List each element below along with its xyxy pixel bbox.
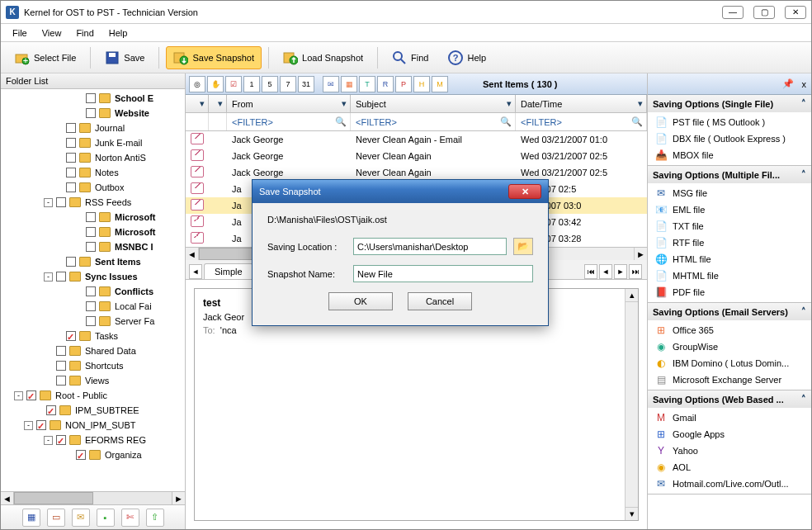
scroll-thumb[interactable] <box>14 492 93 504</box>
grid-tool-globe-icon[interactable]: ◎ <box>189 76 205 92</box>
tree-checkbox[interactable] <box>86 108 96 118</box>
preview-vscrollbar[interactable]: ▴ ▾ <box>625 289 638 520</box>
grid-tool-1-icon[interactable]: 1 <box>243 76 260 92</box>
saving-option-item[interactable]: ◉AOL <box>651 459 808 476</box>
close-panel-icon[interactable]: x <box>802 79 807 89</box>
filter-date[interactable]: <FILTER>🔍 <box>516 113 647 130</box>
view-up-icon[interactable]: ⇧ <box>146 509 164 527</box>
view-mail-icon[interactable]: ✉ <box>72 509 90 527</box>
filter-subject[interactable]: <FILTER>🔍 <box>351 113 516 130</box>
saving-location-input[interactable] <box>353 238 507 255</box>
tree-checkbox[interactable] <box>86 316 96 326</box>
view-cut-icon[interactable]: ✄ <box>121 509 139 527</box>
filter-from[interactable]: <FILTER>🔍 <box>227 113 351 130</box>
tree-hscrollbar[interactable]: ◄ ► <box>1 491 185 504</box>
tree-checkbox[interactable] <box>66 331 76 341</box>
saving-option-item[interactable]: ✉MSG file <box>651 185 808 201</box>
col-subject-header[interactable]: Subject▾ <box>351 95 516 112</box>
scroll-left-icon[interactable]: ◄ <box>1 492 14 504</box>
tree-item[interactable]: Conflicts <box>2 284 185 299</box>
dropdown-icon[interactable]: ▾ <box>218 98 223 109</box>
browse-button[interactable]: 📂 <box>513 238 533 255</box>
tree-item[interactable]: Shared Data <box>2 343 185 358</box>
tree-expander-icon[interactable]: - <box>44 198 53 207</box>
tab-nav-last-icon[interactable]: ⏭ <box>629 264 642 279</box>
saving-option-item[interactable]: ⊞Google Apps <box>651 426 808 442</box>
ok-button[interactable]: OK <box>328 292 393 310</box>
tree-item[interactable]: Local Fai <box>2 299 185 314</box>
tree-checkbox[interactable] <box>86 242 96 252</box>
grid-tool-html-icon[interactable]: H <box>413 76 430 92</box>
find-button[interactable]: Find <box>385 46 436 69</box>
saving-option-item[interactable]: ▤Microsoft Exchange Server <box>651 371 808 388</box>
tree-checkbox[interactable] <box>56 376 66 386</box>
table-row[interactable]: Jack GeorgeNever Clean Again - EmailWed … <box>186 131 647 148</box>
col-icon-header[interactable]: ▾ <box>186 95 209 112</box>
saving-option-item[interactable]: 📕PDF file <box>651 284 808 300</box>
scroll-right-icon[interactable]: ► <box>172 492 185 504</box>
tree-item[interactable]: Notes <box>2 165 185 180</box>
grid-tool-txt-icon[interactable]: T <box>359 76 375 92</box>
tab-nav-first-icon[interactable]: ⏮ <box>584 264 597 279</box>
tree-item[interactable]: Microsoft <box>2 225 185 239</box>
tree-checkbox[interactable] <box>56 361 66 371</box>
tree-item[interactable]: -NON_IPM_SUBT <box>2 418 185 433</box>
saving-option-item[interactable]: 📥MBOX file <box>651 147 808 163</box>
saving-option-item[interactable]: ⊞Office 365 <box>651 322 808 338</box>
tree-expander-icon[interactable]: - <box>44 436 53 445</box>
tab-simple[interactable]: Simple <box>204 263 253 279</box>
tree-item[interactable]: -EFORMS REG <box>2 433 185 447</box>
tree-checkbox[interactable] <box>56 272 66 282</box>
pin-icon[interactable]: 📌 <box>782 78 794 89</box>
saving-option-item[interactable]: ✉Hotmail.com/Live.com/Outl... <box>651 476 808 492</box>
view-mark-icon[interactable]: ▪ <box>97 509 115 527</box>
dropdown-icon[interactable]: ▾ <box>638 98 643 109</box>
tab-prev-icon[interactable]: ◄ <box>189 264 202 279</box>
dropdown-icon[interactable]: ▾ <box>200 98 205 109</box>
tab-nav-prev-icon[interactable]: ◄ <box>599 264 612 279</box>
tree-item[interactable]: Sent Items <box>2 254 185 269</box>
menu-file[interactable]: File <box>12 28 27 38</box>
saving-option-item[interactable]: YYahoo <box>651 442 808 459</box>
group-header[interactable]: Saving Options (Multiple Fil...˄ <box>648 166 811 183</box>
tree-checkbox[interactable] <box>86 93 96 103</box>
dialog-titlebar[interactable]: Save Snapshot ✕ <box>253 180 548 203</box>
dropdown-icon[interactable]: ▾ <box>507 98 512 109</box>
select-file-button[interactable]: + Select File <box>7 46 83 69</box>
tree-item[interactable]: Website <box>2 106 185 121</box>
tab-nav-next-icon[interactable]: ► <box>614 264 627 279</box>
tree-checkbox[interactable] <box>66 257 76 267</box>
menu-find[interactable]: Find <box>76 28 93 38</box>
tree-item[interactable]: MSNBC I <box>2 239 185 254</box>
maximize-button[interactable]: ▢ <box>753 6 775 19</box>
snapshot-name-input[interactable] <box>353 265 533 282</box>
grid-tool-xml-icon[interactable]: ▦ <box>341 76 357 92</box>
grid-tool-5-icon[interactable]: 5 <box>262 76 278 92</box>
load-snapshot-button[interactable]: Load Snapshot <box>276 46 371 69</box>
tree-checkbox[interactable] <box>86 227 96 237</box>
tree-checkbox[interactable] <box>66 182 76 192</box>
tree-item[interactable]: Microsoft <box>2 210 185 225</box>
tree-checkbox[interactable] <box>66 123 76 133</box>
scroll-down-icon[interactable]: ▾ <box>626 507 638 520</box>
saving-option-item[interactable]: ◐IBM Domino ( Lotus Domin... <box>651 355 808 371</box>
tree-item[interactable]: Shortcuts <box>2 358 185 373</box>
col-from-header[interactable]: From▾ <box>227 95 351 112</box>
group-header[interactable]: Saving Options (Single File)˄ <box>648 95 811 112</box>
tree-checkbox[interactable] <box>86 212 96 222</box>
tree-checkbox[interactable] <box>66 168 76 177</box>
scroll-up-icon[interactable]: ▴ <box>626 289 638 302</box>
table-row[interactable]: Jack GeorgeNever Clean AgainWed 03/21/20… <box>186 148 647 164</box>
grid-tool-mht-icon[interactable]: M <box>432 76 448 92</box>
table-row[interactable]: Jack GeorgeNever Clean AgainWed 03/21/20… <box>186 164 647 181</box>
tree-item[interactable]: Organiza <box>2 447 185 462</box>
grid-tool-7-icon[interactable]: 7 <box>280 76 296 92</box>
grid-tool-check-icon[interactable]: ☑ <box>225 76 242 92</box>
saving-option-item[interactable]: 🌐HTML file <box>651 251 808 267</box>
saving-option-item[interactable]: MGmail <box>651 409 808 426</box>
grid-tool-pdf-icon[interactable]: P <box>395 76 412 92</box>
view-calendar-icon[interactable]: ▦ <box>22 509 40 527</box>
saving-option-item[interactable]: 📧EML file <box>651 201 808 218</box>
tree-item[interactable]: Views <box>2 373 185 388</box>
grid-tool-31-icon[interactable]: 31 <box>298 76 314 92</box>
